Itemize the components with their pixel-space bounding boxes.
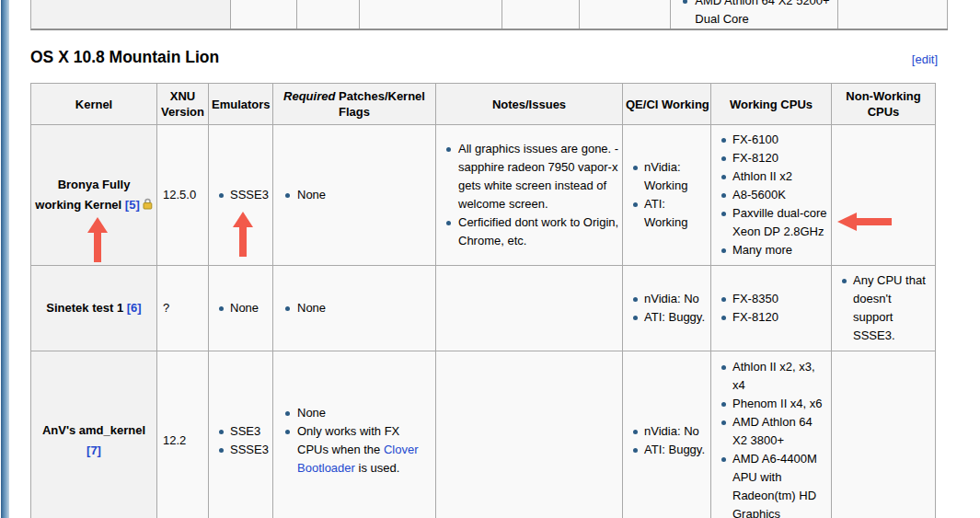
arrow-shaft xyxy=(239,227,247,257)
working-list: Athlon II x2, x3, x4Phenom II x4, x6AMD … xyxy=(721,358,829,518)
qeci-list: nVidia: NoATI: Buggy. xyxy=(632,290,707,327)
list-item: FX-8350 xyxy=(721,290,829,308)
kernel-name: AnV's amd_kernel xyxy=(42,423,145,437)
list-item: Phenom II x4, x6 xyxy=(721,395,829,413)
header-working: Working CPUs xyxy=(711,84,832,125)
xnu-value: 12.5.0 xyxy=(163,188,196,201)
red-arrow-left-paxville xyxy=(837,213,892,231)
table-row: Sinetek test 1 [6]?NoneNonenVidia: NoATI… xyxy=(31,266,936,351)
prev-table-cell-working-cpus: AMD Athlon 64 X2 5200+ Dual Core xyxy=(671,0,838,29)
cell-notes: All graphics issues are gone. - sapphire… xyxy=(436,125,623,266)
header-label: XNU Version xyxy=(161,89,204,119)
prev-table-cell xyxy=(580,0,671,29)
table-body: Bronya Fully working Kernel [5]12.5.0SSS… xyxy=(31,125,936,518)
cell-working: FX-8350FX-8120 xyxy=(711,266,832,351)
list-item: None xyxy=(284,299,428,317)
prev-table-cell xyxy=(360,0,503,29)
list-item: None xyxy=(284,186,428,204)
list-item: nVidia: No xyxy=(632,422,707,441)
list-item: Athlon II x2 xyxy=(721,167,829,186)
prev-table-cell xyxy=(502,0,580,29)
emulators-list: SSE3SSSE3 xyxy=(218,422,271,459)
prev-table-cell xyxy=(231,0,297,29)
vertical-scrollbar[interactable] xyxy=(1,0,9,518)
qeci-list: nVidia: WorkingATI: Working xyxy=(632,158,707,232)
patches-list: None xyxy=(284,299,428,317)
kernel-name: Sinetek test 1 xyxy=(46,301,123,315)
cell-patches: None xyxy=(273,125,436,266)
cell-qeci: nVidia: NoATI: Buggy. xyxy=(623,351,711,518)
red-arrow-up-emulator xyxy=(233,212,253,257)
list-item: Cerficified dont work to Origin, Chrome,… xyxy=(445,213,620,250)
cell-qeci: nVidia: WorkingATI: Working xyxy=(623,125,711,266)
working-cpu-list: AMD Athlon 64 X2 5200+ Dual Core xyxy=(682,0,837,29)
lock-icon xyxy=(143,196,153,216)
prev-table-cell-kernel xyxy=(31,0,231,29)
list-item: AMD Athlon 64 X2 5200+ Dual Core xyxy=(682,0,837,29)
list-item: All graphics issues are gone. - sapphire… xyxy=(445,140,620,213)
header-qeci: QE/CI Working xyxy=(623,84,711,125)
cell-emulators: SSE3SSSE3 xyxy=(209,351,273,518)
cell-xnu-version: 12.2 xyxy=(157,351,209,518)
cell-nonworking: Any CPU that doesn't support SSSE3. xyxy=(832,266,936,351)
list-item: Only works with FX CPUs when the Clover … xyxy=(284,422,428,478)
header-label: Working CPUs xyxy=(730,98,813,111)
page-section-heading: OS X 10.8 Mountain Lion xyxy=(30,48,219,66)
list-item: ATI: Buggy. xyxy=(632,441,707,459)
cell-notes xyxy=(436,351,623,518)
arrow-head xyxy=(837,213,857,231)
emulators-list: None xyxy=(218,299,271,317)
cell-patches: None xyxy=(273,266,436,351)
list-item: Many more xyxy=(721,241,829,259)
header-label: Notes/Issues xyxy=(492,98,566,111)
cell-xnu-version: ? xyxy=(157,266,209,351)
red-arrow-up-kernel-ref xyxy=(87,217,108,262)
patches-list: None xyxy=(284,186,428,204)
kernel-compatibility-table: KernelXNU VersionEmulatorsRequired Patch… xyxy=(30,83,936,518)
working-list: FX-8350FX-8120 xyxy=(721,290,829,327)
previous-table-fragment: AMD Athlon 64 X2 5200+ Dual Core xyxy=(30,0,948,30)
cell-qeci: nVidia: NoATI: Buggy. xyxy=(623,266,711,351)
list-item: A8-5600K xyxy=(721,186,829,204)
list-item: FX-8120 xyxy=(721,308,829,327)
kernel-ref-link[interactable]: [7] xyxy=(86,443,101,457)
cell-emulators: None xyxy=(209,266,273,351)
kernel-ref-link[interactable]: [5] xyxy=(125,198,140,212)
kernel-name: Bronya Fully working Kernel xyxy=(35,178,130,212)
notes-list: All graphics issues are gone. - sapphire… xyxy=(445,140,620,250)
header-label: Kernel xyxy=(75,98,112,111)
list-item: nVidia: Working xyxy=(632,158,707,195)
arrow-shaft xyxy=(857,218,892,225)
working-list: FX-6100FX-8120Athlon II x2A8-5600KPaxvil… xyxy=(721,131,829,259)
table-row: Bronya Fully working Kernel [5]12.5.0SSS… xyxy=(31,125,936,266)
list-item: ATI: Working xyxy=(632,195,707,232)
cell-patches: NoneOnly works with FX CPUs when the Clo… xyxy=(273,351,436,518)
patches-list: NoneOnly works with FX CPUs when the Clo… xyxy=(284,404,428,478)
list-item: AMD Athlon 64 X2 3800+ xyxy=(721,413,829,450)
list-item: FX-6100 xyxy=(721,131,829,149)
list-item: FX-8120 xyxy=(721,149,829,167)
cell-nonworking xyxy=(832,351,936,518)
list-item: None xyxy=(218,299,271,317)
nonworking-list: Any CPU that doesn't support SSSE3. xyxy=(841,271,929,345)
list-item: SSE3 xyxy=(218,422,271,441)
cell-xnu-version: 12.5.0 xyxy=(157,125,209,266)
list-item: AMD A6-4400M APU with Radeon(tm) HD Grap… xyxy=(721,450,829,518)
cell-kernel: AnV's amd_kernel [7] xyxy=(31,351,157,518)
header-kernel: Kernel xyxy=(31,84,157,125)
header-italic-label: Required xyxy=(283,89,335,103)
edit-section-link[interactable]: [edit] xyxy=(912,52,938,66)
header-emulators: Emulators xyxy=(209,84,273,125)
list-item: nVidia: No xyxy=(632,290,707,308)
header-label: Patches/Kernel Flags xyxy=(339,89,425,119)
list-item: None xyxy=(284,404,428,422)
header-label: QE/CI Working xyxy=(626,98,709,111)
header-label: Emulators xyxy=(212,98,271,111)
header-patches: Required Patches/Kernel Flags xyxy=(273,84,436,125)
xnu-value: 12.2 xyxy=(163,433,186,447)
list-item: SSSE3 xyxy=(218,441,271,459)
header-row: KernelXNU VersionEmulatorsRequired Patch… xyxy=(31,84,936,125)
cell-notes xyxy=(436,266,623,351)
kernel-ref-link[interactable]: [6] xyxy=(127,301,142,315)
cell-kernel: Sinetek test 1 [6] xyxy=(31,266,157,351)
